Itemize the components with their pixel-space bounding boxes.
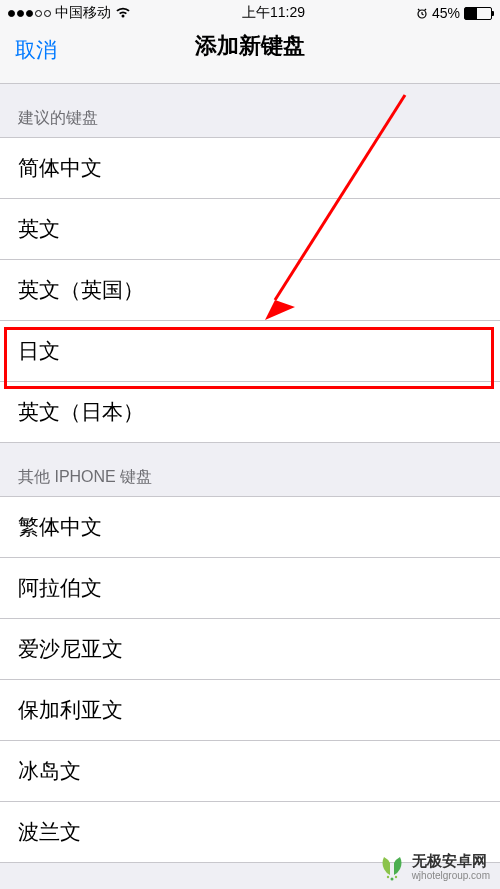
- list-item[interactable]: 简体中文: [0, 138, 500, 199]
- wifi-icon: [115, 7, 131, 19]
- signal-dots-icon: [8, 10, 51, 17]
- list-item[interactable]: 阿拉伯文: [0, 558, 500, 619]
- watermark-url: wjhotelgroup.com: [412, 870, 490, 881]
- status-left: 中国移动: [8, 4, 131, 22]
- nav-bar: 取消 添加新键盘: [0, 26, 500, 84]
- status-bar: 中国移动 上午11:29 45%: [0, 0, 500, 26]
- section-header-other: 其他 IPHONE 键盘: [0, 443, 500, 496]
- svg-point-5: [394, 876, 396, 878]
- other-keyboards-list: 繁体中文 阿拉伯文 爱沙尼亚文 保加利亚文 冰岛文 波兰文: [0, 496, 500, 863]
- watermark-logo-icon: [378, 853, 406, 881]
- list-item[interactable]: 保加利亚文: [0, 680, 500, 741]
- status-time: 上午11:29: [242, 4, 305, 22]
- carrier-label: 中国移动: [55, 4, 111, 22]
- suggested-keyboards-list: 简体中文 英文 英文（英国） 日文 英文（日本）: [0, 137, 500, 443]
- section-header-suggested: 建议的键盘: [0, 84, 500, 137]
- list-item[interactable]: 冰岛文: [0, 741, 500, 802]
- list-item[interactable]: 英文（日本）: [0, 382, 500, 442]
- battery-icon: [464, 7, 492, 20]
- list-item[interactable]: 英文（英国）: [0, 260, 500, 321]
- list-item[interactable]: 日文: [0, 321, 500, 382]
- svg-point-3: [386, 876, 388, 878]
- watermark: 无极安卓网 wjhotelgroup.com: [378, 853, 490, 881]
- list-item[interactable]: 爱沙尼亚文: [0, 619, 500, 680]
- watermark-title: 无极安卓网: [412, 853, 490, 870]
- list-item[interactable]: 繁体中文: [0, 497, 500, 558]
- svg-point-4: [390, 878, 393, 881]
- alarm-icon: [416, 7, 428, 19]
- status-right: 45%: [416, 5, 492, 21]
- list-item[interactable]: 英文: [0, 199, 500, 260]
- page-title: 添加新键盘: [195, 31, 305, 61]
- cancel-button[interactable]: 取消: [15, 36, 57, 64]
- battery-percent: 45%: [432, 5, 460, 21]
